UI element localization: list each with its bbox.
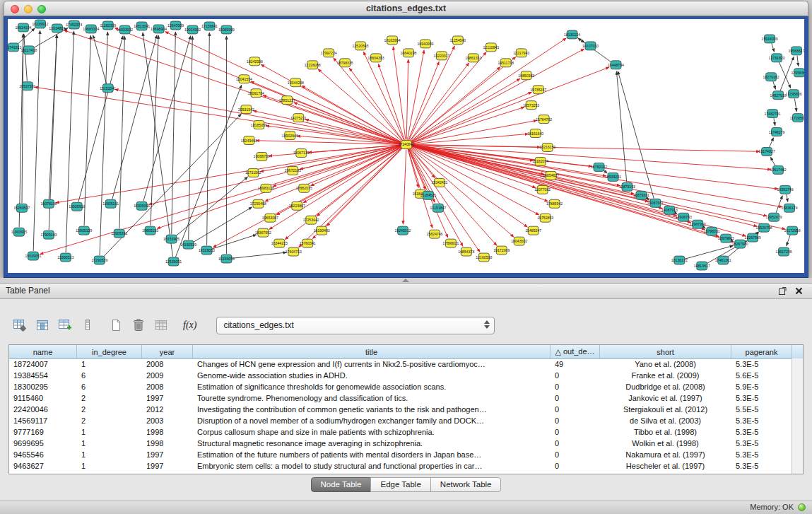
network-canvas[interactable]: 1724084118242008120415541609178420531942… [8, 19, 804, 273]
graph-edge[interactable] [411, 57, 516, 141]
graph-node[interactable]: 18367592 [255, 228, 271, 237]
graph-node[interactable]: 17604713 [286, 247, 302, 256]
graph-node[interactable]: 19245012 [394, 226, 411, 235]
column-header-title[interactable]: title [193, 345, 551, 358]
graph-node[interactable]: 15390513 [57, 253, 73, 262]
graph-node[interactable]: 18573253 [523, 101, 539, 110]
table-row[interactable]: 1872400712008Changes of HCN gene express… [9, 358, 792, 370]
graph-edge[interactable] [151, 35, 158, 226]
graph-node[interactable]: 15152041 [100, 84, 116, 93]
graph-node[interactable]: 16153905 [163, 235, 180, 243]
graph-edge[interactable] [412, 146, 767, 216]
graph-node[interactable]: 16174827 [759, 147, 775, 156]
delete-column-icon[interactable] [78, 316, 97, 335]
column-header-in_degree[interactable]: in_degree [77, 345, 142, 358]
graph-edge[interactable] [317, 148, 402, 216]
close-panel-icon[interactable] [794, 286, 804, 296]
graph-node[interactable]: 19014902 [184, 25, 201, 34]
graph-edge[interactable] [406, 59, 408, 140]
graph-node[interactable]: 18514104 [15, 23, 31, 32]
graph-node[interactable]: 17290458 [250, 199, 266, 208]
graph-node[interactable]: 19087931 [647, 199, 664, 207]
column-header-year[interactable]: year [142, 345, 193, 358]
graph-node[interactable]: 16078108 [40, 199, 57, 208]
graph-edge[interactable] [403, 149, 406, 224]
graph-node[interactable]: 19539051 [25, 252, 41, 260]
graph-edge[interactable] [797, 56, 799, 66]
graph-node[interactable]: 12034808 [49, 24, 65, 33]
graph-node[interactable]: 12520545 [353, 42, 369, 50]
graph-node[interactable]: 18043502 [511, 237, 527, 245]
graph-edge[interactable] [618, 71, 654, 198]
graph-node[interactable]: 12160518 [476, 253, 492, 262]
graph-edge[interactable] [303, 147, 401, 203]
graph-edge[interactable] [412, 145, 760, 152]
graph-edge[interactable] [49, 35, 57, 199]
graph-edge[interactable] [207, 33, 210, 245]
graph-edge[interactable] [78, 36, 123, 202]
graph-node[interactable]: 16782102 [591, 163, 607, 171]
graph-node[interactable]: 16854378 [458, 247, 474, 256]
graph-edge[interactable] [770, 157, 775, 165]
graph-node[interactable]: 17997224 [321, 49, 337, 57]
new-column-icon[interactable] [55, 316, 74, 335]
graph-node[interactable]: 11282309 [100, 21, 116, 30]
graph-edge[interactable] [412, 146, 758, 226]
graph-node[interactable]: 19505918 [69, 202, 85, 211]
graph-node[interactable]: 20672103 [285, 166, 301, 175]
graph-node[interactable]: 14511738 [498, 59, 514, 67]
graph-edge[interactable] [774, 118, 775, 125]
graph-edge[interactable] [794, 99, 796, 112]
graph-node[interactable]: 18798335 [337, 59, 353, 67]
graph-node[interactable]: 12110843 [483, 43, 499, 52]
tab-edge-table[interactable]: Edge Table [370, 477, 430, 492]
graph-node[interactable]: 13220317 [433, 52, 449, 60]
graph-node[interactable]: 13067139 [293, 148, 310, 157]
graph-node[interactable]: 13617482 [770, 165, 787, 174]
graph-node[interactable]: 15069399 [218, 25, 235, 34]
graph-node[interactable]: 12791820 [769, 54, 785, 62]
graph-node[interactable]: 19805193 [142, 226, 158, 235]
graph-edge[interactable] [143, 36, 191, 201]
graph-edge[interactable] [412, 146, 785, 229]
graph-node[interactable]: 18361748 [777, 185, 794, 194]
graph-node[interactable]: 15260507 [13, 204, 30, 212]
table-select-dropdown[interactable]: citations_edges.txt [216, 317, 495, 334]
graph-node[interactable]: 17295836 [786, 90, 802, 98]
graph-edge[interactable] [232, 252, 286, 258]
graph-node[interactable]: 13905191 [102, 199, 119, 208]
graph-node[interactable]: 15836174 [782, 204, 798, 212]
graph-edge[interactable] [35, 87, 401, 144]
graph-node[interactable]: 19448794 [608, 61, 624, 69]
graph-node[interactable]: 16940999 [417, 40, 433, 48]
show-columns-icon[interactable] [33, 316, 52, 335]
graph-node[interactable]: 15784702 [536, 115, 552, 124]
delete-table-icon[interactable] [129, 316, 148, 335]
column-header-pagerank[interactable]: pagerank [731, 345, 792, 358]
graph-edge[interactable] [119, 36, 124, 228]
graph-edge[interactable] [412, 146, 734, 242]
graph-edge[interactable] [411, 67, 500, 142]
graph-node[interactable]: 13617295 [776, 247, 792, 256]
graph-node[interactable]: 17905103 [40, 230, 57, 239]
graph-node[interactable]: 19526798 [756, 223, 772, 232]
graph-node[interactable]: 19683104 [83, 25, 99, 33]
tab-node-table[interactable]: Node Table [311, 477, 372, 492]
graph-edge[interactable] [412, 107, 525, 143]
graph-edge[interactable] [577, 37, 584, 43]
graph-node[interactable]: 18161640 [527, 129, 543, 138]
table-row[interactable]: 2242004622012Investigating the contribut… [9, 404, 792, 415]
graph-edge[interactable] [176, 177, 248, 236]
graph-edge[interactable] [770, 138, 774, 148]
graph-node[interactable]: 18242008 [247, 57, 263, 66]
graph-edge[interactable] [326, 148, 402, 226]
table-row[interactable]: 1830029562008Estimation of significance … [9, 381, 792, 392]
function-builder-button[interactable]: f(x) [180, 316, 200, 335]
graph-node[interactable]: 16640198 [400, 49, 416, 57]
table-row[interactable]: 1938455462009Genome-wide association stu… [9, 370, 792, 381]
graph-node[interactable]: 11729583 [790, 114, 804, 122]
graph-node[interactable]: 13216159 [539, 144, 555, 152]
graph-node[interactable]: 17908793 [676, 213, 692, 221]
graph-node[interactable]: 12879193 [619, 182, 635, 191]
graph-edge[interactable] [112, 35, 157, 199]
